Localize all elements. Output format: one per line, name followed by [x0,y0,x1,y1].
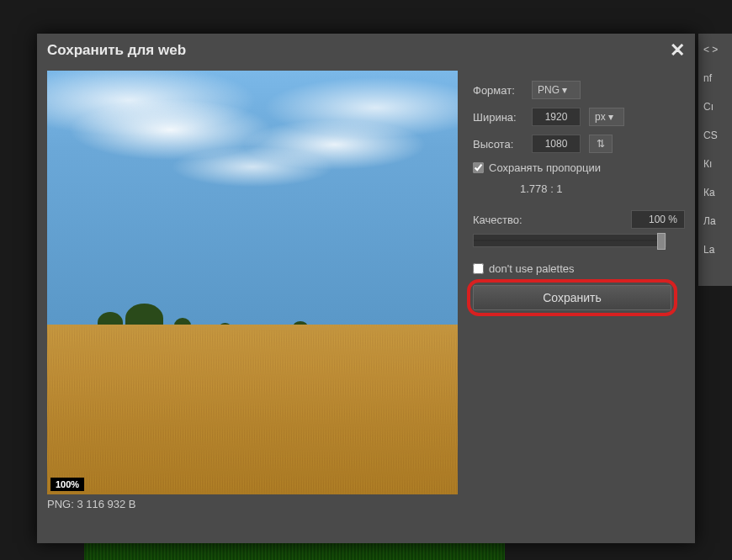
quality-slider[interactable] [473,234,666,247]
background-panel: < > nf Cı CS Кı Ка Ла La [698,34,732,286]
preview-area: 100% PNG: 3 116 932 B [47,71,458,510]
format-select[interactable]: PNG ▾ [532,81,581,99]
keep-ratio-label: Сохранять пропорции [489,161,601,174]
quality-input[interactable] [631,210,685,229]
slider-handle-icon[interactable] [657,233,666,250]
close-icon[interactable]: ✕ [670,40,685,61]
width-input[interactable] [532,108,581,126]
preview-image[interactable]: 100% [47,71,458,494]
dialog-title: Сохранить для web [47,42,186,59]
aspect-ratio-text: 1.778 : 1 [520,182,685,195]
palettes-label: don't use palettes [489,262,575,275]
quality-label: Качество: [473,214,522,226]
swap-dimensions-button[interactable]: ⇅ [589,135,613,153]
height-label: Высота: [473,138,523,151]
height-input[interactable] [532,135,581,153]
format-label: Формат: [473,84,523,97]
file-size-info: PNG: 3 116 932 B [47,498,458,510]
export-controls: Формат: PNG ▾ Ширина: px ▾ Высота: ⇅ Сох… [473,71,685,510]
save-for-web-dialog: Сохранить для web ✕ 100% PNG: 3 [37,34,695,543]
dialog-title-bar: Сохранить для web ✕ [37,34,695,67]
save-button[interactable]: Сохранить [473,285,671,310]
zoom-level-badge[interactable]: 100% [50,478,84,491]
width-unit-select[interactable]: px ▾ [589,108,624,126]
keep-ratio-checkbox[interactable] [473,162,484,173]
palettes-checkbox[interactable] [473,263,484,274]
width-label: Ширина: [473,111,523,124]
